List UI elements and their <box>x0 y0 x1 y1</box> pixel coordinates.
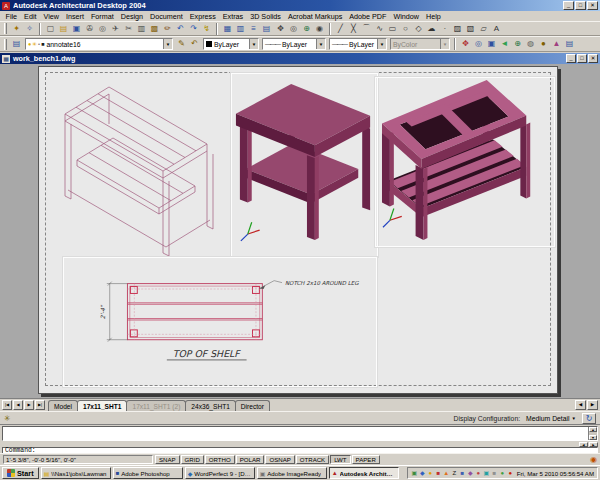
named-views-icon[interactable]: ▤ <box>563 38 576 50</box>
snap-toggle[interactable]: SNAP <box>155 455 180 464</box>
tray-icon-2[interactable]: ◆ <box>419 469 426 478</box>
save-icon[interactable]: ▣ <box>70 23 83 35</box>
menu-document[interactable]: Document <box>147 12 187 21</box>
layer-properties-icon[interactable]: ▤ <box>10 38 23 50</box>
zoom-window-icon[interactable]: ▣ <box>485 38 498 50</box>
menu-adobe-pdf[interactable]: Adobe PDF <box>346 12 390 21</box>
zoom-previous-icon[interactable]: ◄ <box>498 38 511 50</box>
publish-icon[interactable]: ✈ <box>109 23 122 35</box>
scroll-right-icon[interactable]: ▶ <box>589 442 598 447</box>
coordinate-display[interactable]: 1'-5 3/8", -0'-0 5/16", 0'-0" <box>3 455 153 464</box>
menu-design[interactable]: Design <box>117 12 146 21</box>
layer-states-icon[interactable]: ▥ <box>234 23 247 35</box>
menu-help[interactable]: Help <box>423 12 445 21</box>
camera-icon[interactable]: ◉ <box>313 23 326 35</box>
shade-icon[interactable]: ● <box>537 38 550 50</box>
osnap-toggle[interactable]: OSNAP <box>265 455 294 464</box>
tab-24x36-sht1[interactable]: 24x36_SHT1 <box>185 400 236 411</box>
tab-17x11-sht1[interactable]: 17x11_SHT1 <box>77 400 128 411</box>
task-explorer[interactable]: ▤\\Nas1\jobs\Lawman <box>41 467 111 479</box>
lineweight-combo[interactable]: ——— ByLayer ▼ <box>329 38 387 50</box>
doc-close-button[interactable]: ✕ <box>588 54 598 63</box>
maximize-button[interactable]: □ <box>575 1 586 10</box>
menu-express[interactable]: Express <box>186 12 219 21</box>
drawing-area[interactable]: 2'-4" NOTCH 2x10 AROUND LEG TOP OF SHELF <box>0 64 600 398</box>
tab-prev-button[interactable]: ◀ <box>13 400 23 410</box>
task-imageready[interactable]: ▣Adobe ImageReady <box>257 467 327 479</box>
menu-file[interactable]: File <box>2 12 21 21</box>
minimize-button[interactable]: _ <box>563 1 574 10</box>
start-button[interactable]: Start <box>2 467 39 479</box>
chevron-down-icon[interactable]: ▼ <box>163 39 172 49</box>
tab-next-button[interactable]: ▶ <box>24 400 34 410</box>
tray-icon-1[interactable]: ▣ <box>411 469 418 478</box>
render-icon[interactable]: ▲ <box>550 38 563 50</box>
hide-icon[interactable]: ◍ <box>524 38 537 50</box>
chevron-down-icon[interactable]: ▼ <box>377 39 386 49</box>
scroll-up-icon[interactable]: ▲ <box>589 427 597 432</box>
orbit-icon[interactable]: ⊕ <box>300 23 313 35</box>
toolbar-grip[interactable] <box>4 23 7 34</box>
plot-icon[interactable]: ✇ <box>83 23 96 35</box>
tab-model[interactable]: Model <box>48 400 78 411</box>
menu-extras[interactable]: Extras <box>219 12 246 21</box>
menu-window[interactable]: Window <box>390 12 423 21</box>
tab-17x11-sht1-2[interactable]: 17x11_SHT1 (2) <box>126 400 186 411</box>
line-icon[interactable]: ╱ <box>334 23 347 35</box>
pan-realtime-icon[interactable]: ✥ <box>459 38 472 50</box>
mtext-icon[interactable]: A <box>490 23 503 35</box>
rectangle-icon[interactable]: ▭ <box>386 23 399 35</box>
tab-first-button[interactable]: |◀ <box>2 400 12 410</box>
open-folder-icon[interactable]: ▤ <box>57 23 70 35</box>
display-config-dropdown[interactable]: Medium Detail ▼ <box>524 415 578 422</box>
hscroll-right-button[interactable]: ▶ <box>587 400 598 410</box>
tray-icon-6[interactable]: Z <box>451 469 458 478</box>
properties-palette-icon[interactable]: ≡ <box>247 23 260 35</box>
otrack-toggle[interactable]: OTRACK <box>296 455 329 464</box>
linetype-combo[interactable]: ——— ByLayer ▼ <box>262 38 326 50</box>
polygon-icon[interactable]: ◇ <box>412 23 425 35</box>
copy-icon[interactable]: ▥ <box>135 23 148 35</box>
sheet-set-icon[interactable]: ✦ <box>10 23 23 35</box>
undo-icon[interactable]: ↶ <box>174 23 187 35</box>
layer-manager-icon[interactable]: ▦ <box>221 23 234 35</box>
zoom-icon[interactable]: ◎ <box>287 23 300 35</box>
command-history[interactable]: Specify opposite corner: Command: <Linew… <box>2 426 598 441</box>
tray-icon-12[interactable]: ● <box>499 469 506 478</box>
tray-icon-8[interactable]: ◆ <box>467 469 474 478</box>
hscroll-left-button[interactable]: ◀ <box>575 400 586 410</box>
chevron-down-icon[interactable]: ▼ <box>316 39 325 49</box>
gradient-icon[interactable]: ▧ <box>464 23 477 35</box>
scroll-down-icon[interactable]: ▼ <box>589 435 597 440</box>
revision-cloud-icon[interactable]: ☁ <box>425 23 438 35</box>
polyline-icon[interactable]: ∿ <box>373 23 386 35</box>
viewport-shaded-bench[interactable] <box>231 73 378 257</box>
clock-tray-icon[interactable]: ● <box>507 469 514 478</box>
menu-acrobat-markups[interactable]: Acrobat Markups <box>284 12 345 21</box>
toolbar-grip[interactable] <box>4 39 7 50</box>
tray-icon-7[interactable]: ■ <box>459 469 466 478</box>
tray-icon-5[interactable]: ▲ <box>443 469 450 478</box>
task-autodesk[interactable]: ▲Autodesk Architec... <box>329 467 399 479</box>
color-combo[interactable]: ByLayer ▼ <box>203 38 259 50</box>
lwt-toggle[interactable]: LWT <box>330 455 350 464</box>
viewport-wireframe-bench[interactable] <box>47 78 237 263</box>
plot-preview-icon[interactable]: ◎ <box>96 23 109 35</box>
tray-icon-9[interactable]: ● <box>475 469 482 478</box>
display-refresh-icon[interactable]: ↻ <box>582 413 596 424</box>
command-vscrollbar[interactable]: ▲ ▼ <box>588 427 597 440</box>
menu-edit[interactable]: Edit <box>21 12 40 21</box>
make-current-icon[interactable]: ✎ <box>175 38 188 50</box>
paper-toggle[interactable]: PAPER <box>352 455 380 464</box>
paste-icon[interactable]: ▩ <box>148 23 161 35</box>
zoom-realtime-icon[interactable]: ◎ <box>472 38 485 50</box>
hatch-icon[interactable]: ▨ <box>451 23 464 35</box>
tray-icon-3[interactable]: ● <box>427 469 434 478</box>
viewport-plan-detail[interactable]: 2'-4" NOTCH 2x10 AROUND LEG TOP OF SHELF <box>63 257 377 387</box>
layer-previous-icon[interactable]: ↶ <box>188 38 201 50</box>
tab-last-button[interactable]: ▶| <box>35 400 45 410</box>
sun-icon[interactable]: ✳ <box>4 414 11 423</box>
tray-icon-10[interactable]: ▣ <box>483 469 490 478</box>
viewport-frame-bench[interactable] <box>375 77 555 247</box>
etransmit-icon[interactable]: ↯ <box>200 23 213 35</box>
